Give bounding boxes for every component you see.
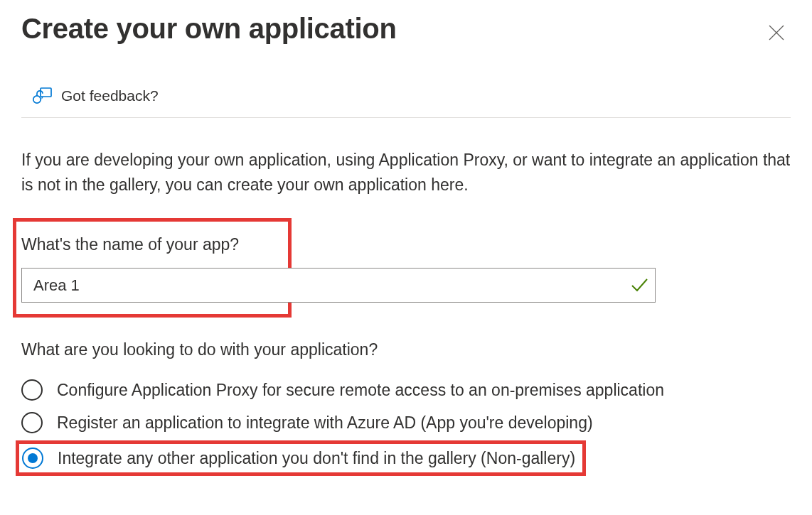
checkmark-icon [629, 275, 649, 298]
description-text: If you are developing your own applicati… [21, 148, 791, 197]
radio-label: Configure Application Proxy for secure r… [57, 381, 664, 400]
feedback-label: Got feedback? [61, 87, 159, 104]
feedback-link[interactable]: Got feedback? [21, 86, 791, 118]
radio-label: Register an application to integrate wit… [57, 413, 593, 433]
radio-option-proxy[interactable]: Configure Application Proxy for secure r… [21, 374, 791, 406]
purpose-label: What are you looking to do with your app… [21, 340, 791, 359]
radio-icon [21, 379, 43, 401]
purpose-radio-group: Configure Application Proxy for secure r… [21, 374, 791, 476]
radio-dot [28, 453, 38, 463]
radio-icon [21, 412, 43, 433]
app-name-label: What's the name of your app? [21, 235, 239, 254]
app-name-input[interactable] [21, 268, 656, 303]
radio-option-non-gallery[interactable]: Integrate any other application you don'… [16, 440, 586, 476]
close-icon [767, 23, 786, 42]
page-title: Create your own application [21, 13, 397, 45]
close-button[interactable] [762, 18, 791, 47]
app-name-section: What's the name of your app? [21, 218, 791, 318]
radio-label: Integrate any other application you don'… [58, 449, 575, 468]
radio-icon-selected [22, 448, 43, 469]
header-row: Create your own application [21, 13, 791, 47]
feedback-icon [31, 86, 53, 106]
svg-point-2 [33, 96, 41, 103]
create-app-panel: Create your own application Got feedback… [0, 0, 812, 497]
radio-option-register[interactable]: Register an application to integrate wit… [21, 406, 791, 439]
